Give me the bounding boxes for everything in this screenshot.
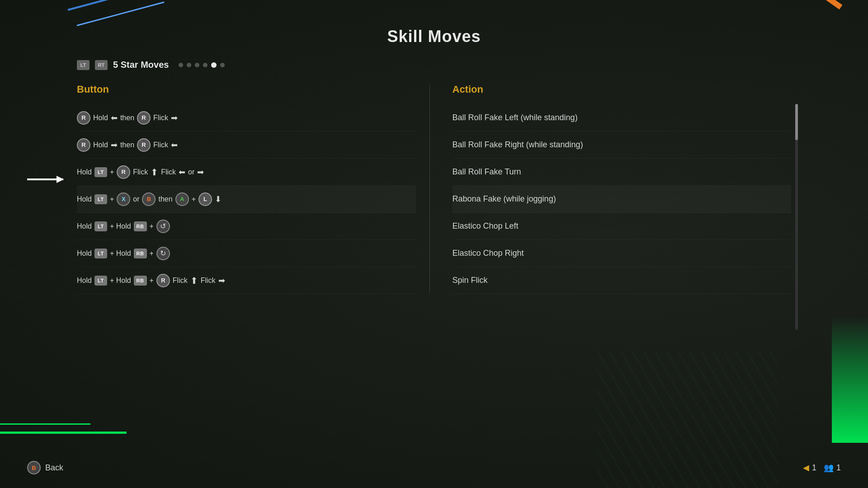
action-row-3: Ball Roll Fake Turn bbox=[453, 159, 792, 186]
rb-button-5: RB bbox=[134, 221, 147, 231]
action-column: Action Ball Roll Fake Left (while standi… bbox=[443, 84, 792, 294]
current-tab-name: 5 Star Moves bbox=[113, 60, 169, 70]
lt-button-3: LT bbox=[94, 167, 107, 177]
right-arrow-2: ➡ bbox=[111, 140, 118, 150]
action-text-7: Spin Flick bbox=[453, 275, 488, 286]
action-text-1: Ball Roll Fake Left (while standing) bbox=[453, 112, 578, 123]
lt-button-6: LT bbox=[94, 249, 107, 258]
player-count: 1 bbox=[836, 463, 841, 473]
left-arrow-2: ⬅ bbox=[171, 140, 178, 150]
page-number-item: ◀ 1 bbox=[803, 463, 816, 473]
move-row-2: R Hold ➡ then R Flick ⬅ bbox=[77, 131, 416, 159]
deco-line-green-bottom2 bbox=[0, 423, 90, 425]
move-row-4: Hold LT + X or B then A + L ⬇ bbox=[77, 186, 416, 213]
bottom-bar: B Back ◀ 1 👥 1 bbox=[27, 461, 841, 474]
tab-dot-1 bbox=[179, 63, 183, 67]
action-row-7: Spin Flick bbox=[453, 267, 792, 294]
lt-button-5: LT bbox=[94, 221, 107, 231]
move-row-1: R Hold ⬅ then R Flick ➡ bbox=[77, 104, 416, 131]
r-button-2: R bbox=[77, 138, 90, 152]
move-row-3: Hold LT + R Flick ⬆ Flick ⬅ or ➡ bbox=[77, 159, 416, 186]
b-button-4: B bbox=[142, 192, 156, 206]
button-sequence-5: Hold LT + Hold RB + ↺ bbox=[77, 220, 170, 233]
right-arrow-7: ➡ bbox=[218, 276, 225, 286]
r-button-7: R bbox=[156, 274, 170, 287]
button-column-header: Button bbox=[77, 84, 416, 95]
page-info: ◀ 1 👥 1 bbox=[803, 463, 841, 473]
move-row-6: Hold LT + Hold RB + ↻ bbox=[77, 240, 416, 267]
back-button[interactable]: B Back bbox=[27, 461, 63, 474]
button-sequence-2: R Hold ➡ then R Flick ⬅ bbox=[77, 138, 178, 152]
r-button-1b: R bbox=[137, 111, 151, 125]
lt-button-7: LT bbox=[94, 276, 107, 286]
up-arrow-3: ⬆ bbox=[151, 167, 158, 178]
tab-dot-2 bbox=[187, 63, 191, 67]
right-arrow-1: ➡ bbox=[171, 113, 178, 123]
rt-badge[interactable]: RT bbox=[95, 60, 108, 70]
action-row-1: Ball Roll Fake Left (while standing) bbox=[453, 104, 792, 131]
page-title: Skill Moves bbox=[77, 27, 791, 46]
left-arrow-3: ⬅ bbox=[179, 167, 185, 177]
tab-dot-5 bbox=[211, 62, 217, 68]
action-text-6: Elastico Chop Right bbox=[453, 248, 524, 259]
action-row-6: Elastico Chop Right bbox=[453, 240, 792, 267]
tab-dot-3 bbox=[195, 63, 199, 67]
down-arrow-4: ⬇ bbox=[215, 194, 222, 204]
action-row-5: Elastico Chop Left bbox=[453, 213, 792, 240]
lt-button-4: LT bbox=[94, 194, 107, 204]
r-button-3: R bbox=[117, 165, 130, 179]
button-column: Button R Hold ⬅ then R Flick ➡ R Hold bbox=[77, 84, 416, 294]
tab-dot-6 bbox=[220, 63, 225, 67]
scrollbar-thumb[interactable] bbox=[795, 104, 798, 140]
button-sequence-4: Hold LT + X or B then A + L ⬇ bbox=[77, 192, 222, 206]
back-label: Back bbox=[45, 463, 63, 473]
arrow-right-icon bbox=[27, 178, 63, 180]
moves-columns: Button R Hold ⬅ then R Flick ➡ R Hold bbox=[77, 84, 791, 294]
move-row-7: Hold LT + Hold RB + R Flick ⬆ Flick ➡ bbox=[77, 267, 416, 294]
up-arrow-7: ⬆ bbox=[190, 275, 198, 286]
right-arrow-3: ➡ bbox=[197, 167, 204, 177]
tab-dot-4 bbox=[203, 63, 208, 67]
lt-badge[interactable]: LT bbox=[77, 60, 90, 70]
deco-line-green-right bbox=[832, 316, 868, 443]
deco-line-green-bottom bbox=[0, 432, 127, 434]
nav-left-icon: ◀ bbox=[803, 463, 809, 473]
rotate-left-icon-5: ↺ bbox=[156, 220, 170, 233]
b-back-icon: B bbox=[27, 461, 41, 474]
main-content: Skill Moves LT RT 5 Star Moves Button R … bbox=[77, 27, 791, 294]
action-column-header: Action bbox=[453, 84, 792, 95]
action-row-2: Ball Roll Fake Right (while standing) bbox=[453, 131, 792, 159]
player-icon: 👥 bbox=[824, 463, 834, 473]
action-row-4: Rabona Fake (while jogging) bbox=[453, 186, 792, 213]
move-row-5: Hold LT + Hold RB + ↺ bbox=[77, 213, 416, 240]
rotate-right-icon-6: ↻ bbox=[156, 247, 170, 260]
action-text-2: Ball Roll Fake Right (while standing) bbox=[453, 139, 583, 150]
row-selection-arrow bbox=[27, 178, 63, 180]
column-divider bbox=[429, 84, 430, 294]
button-sequence-3: Hold LT + R Flick ⬆ Flick ⬅ or ➡ bbox=[77, 165, 204, 179]
button-sequence-1: R Hold ⬅ then R Flick ➡ bbox=[77, 111, 178, 125]
l-button-4: L bbox=[198, 192, 212, 206]
button-sequence-7: Hold LT + Hold RB + R Flick ⬆ Flick ➡ bbox=[77, 274, 225, 287]
page-number: 1 bbox=[812, 463, 816, 473]
a-button-4: A bbox=[175, 192, 189, 206]
button-sequence-6: Hold LT + Hold RB + ↻ bbox=[77, 247, 170, 260]
action-text-3: Ball Roll Fake Turn bbox=[453, 166, 521, 178]
x-button-4: X bbox=[117, 192, 130, 206]
tab-navigation: LT RT 5 Star Moves bbox=[77, 60, 791, 70]
tab-dot-indicators bbox=[179, 62, 225, 68]
r-button-1: R bbox=[77, 111, 90, 125]
r-button-2b: R bbox=[137, 138, 151, 152]
action-text-5: Elastico Chop Left bbox=[453, 221, 519, 232]
rb-button-6: RB bbox=[134, 249, 147, 258]
rb-button-7: RB bbox=[134, 276, 147, 286]
scrollbar[interactable] bbox=[795, 104, 798, 330]
left-arrow-1: ⬅ bbox=[111, 113, 118, 123]
player-count-item: 👥 1 bbox=[824, 463, 841, 473]
action-text-4: Rabona Fake (while jogging) bbox=[453, 193, 556, 205]
